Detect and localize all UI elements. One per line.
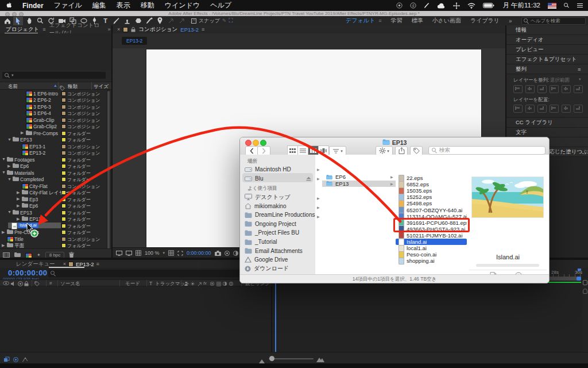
finder-file-row-shopping.ai[interactable]: shopping.ai [396,258,467,264]
project-item-row[interactable]: ▼Materialsフォルダー [0,169,111,176]
disclosure-arrow-icon[interactable]: ▶ [17,190,20,195]
finder-file-row-local1.ai[interactable]: local1.ai [396,245,467,251]
project-item-row[interactable]: ▼Completedフォルダー [0,176,111,183]
timeline-zoom-slider[interactable] [269,358,314,359]
label-color-swatch[interactable] [61,210,66,215]
align-button[interactable] [537,85,547,93]
scroll-icon[interactable] [583,289,587,294]
region-of-interest-icon[interactable] [177,251,183,256]
menu-item[interactable]: ファイル [54,1,82,10]
expand-icon[interactable]: ⛶ [229,17,233,24]
label-color-swatch[interactable] [61,158,66,162]
panel-header-オーディオ[interactable]: オーディオ [506,35,588,45]
selection-tool[interactable] [13,17,23,25]
align-button[interactable] [525,85,535,93]
label-color-swatch[interactable] [61,137,66,142]
label-color-swatch[interactable] [61,118,66,122]
project-item-row[interactable]: ▶EP13-1フォルダー [0,216,111,223]
align-button[interactable] [513,85,523,93]
composition-tab[interactable]: × コンポジション EP13-2 ≡ [113,25,510,33]
panel-header-エフェクト＆プリセット[interactable]: エフェクト＆プリセット [506,55,588,64]
align-button[interactable] [525,105,535,113]
sidebar-item-Blu[interactable]: Blu [245,174,312,183]
sidebar-item-_Project Files BU[interactable]: _Project Files BU [245,228,312,237]
viewer-timecode[interactable]: 0:00:00:00 [187,250,211,256]
panel-header-情報[interactable]: 情報 [506,25,588,35]
menu-clock[interactable]: 月 午前11:32 [502,1,540,10]
layer-switch-icon[interactable] [229,281,233,285]
finder-folder-row-EP6[interactable]: EP6▶ [322,174,396,181]
menu-item[interactable]: 編集 [92,1,106,10]
project-item-row[interactable]: 2 EP6-2コンポジション [0,97,111,103]
label-color-swatch[interactable] [61,204,66,208]
disclosure-arrow-icon[interactable]: ▶ [17,217,20,221]
disclosure-arrow-icon[interactable]: ▼ [2,157,6,161]
project-item-row[interactable]: ▶Pre-Compsフォルダー [0,229,111,236]
menu-item[interactable]: 表示 [117,1,130,10]
view-as-list-button[interactable] [297,145,308,155]
align-button[interactable] [574,105,583,113]
battery-icon[interactable] [483,3,495,8]
project-item-row[interactable]: 1 EP6-Introコンポジション [0,90,111,97]
label-color-swatch[interactable] [61,197,66,202]
project-item-row[interactable]: EP13-2コンポジション [0,150,111,156]
disclosure-arrow-icon[interactable]: ▼ [7,137,11,141]
workspace-tab-active[interactable]: デフォルト [346,17,375,25]
apple-menu-icon[interactable] [6,2,12,9]
adjust-icon[interactable]: ✦ [37,252,41,258]
label-color-swatch[interactable] [61,131,66,136]
project-item-row[interactable]: ▶Ep6フォルダー [0,202,111,209]
finder-file-row-65207-OBZQYY-640.ai[interactable]: 65207-OBZQYY-640.ai [396,207,467,213]
disclosure-arrow-icon[interactable]: ▶ [17,204,20,208]
view-as-columns-button[interactable] [308,145,319,155]
show-snapshot-icon[interactable] [225,251,230,256]
move-status-icon[interactable] [453,2,460,9]
viewer-zoom-value[interactable]: 100 % [145,250,160,256]
view-as-icons-button[interactable] [287,145,298,155]
workspace-tab-item[interactable]: 学習 [390,17,402,25]
cloud-status-icon[interactable] [437,3,446,9]
label-color-swatch[interactable] [61,105,66,109]
always-preview-icon[interactable] [116,251,122,256]
layer-switch-icon[interactable] [191,281,195,285]
disclosure-arrow-icon[interactable]: ▼ [2,170,6,174]
panel-menu-icon[interactable]: ≡ [578,66,581,72]
workspace-tab-item[interactable]: ライブラリ [470,17,500,25]
label-color-swatch[interactable] [61,243,66,248]
sidebar-item-Google Drive[interactable]: Google Drive [245,255,312,264]
screen-record-status-icon[interactable] [396,2,403,9]
eject-icon[interactable] [306,177,311,181]
sidebar-item-mikiomakino[interactable]: mikiomakino [245,202,312,210]
disclosure-arrow-icon[interactable]: ▶ [17,197,20,201]
layer-switch-icon[interactable] [223,281,227,285]
finder-file-row-510211-PIJMYB-102.ai[interactable]: 510211-PIJMYB-102.ai [396,232,467,239]
project-item-row[interactable]: City-Flatコンポジション [0,182,111,189]
spotlight-icon[interactable] [564,2,569,10]
sidebar-item-_Tutorial[interactable]: _Tutorial [245,237,312,246]
label-color-icon[interactable] [34,281,40,286]
finder-file-row-Peso-coin.ai[interactable]: Peso-coin.ai [396,251,467,258]
project-item-row[interactable]: ▶平面フォルダー [0,242,111,249]
layer-switch-icon[interactable] [197,282,202,287]
align-selection-dropdown[interactable]: 選択範囲 [550,77,570,84]
axis-mode-tool[interactable] [177,17,187,25]
disclosure-arrow-icon[interactable]: ▶ [7,164,10,168]
project-item-row[interactable]: ▼EP13フォルダー [0,136,111,143]
project-item-row[interactable]: ▶Pre-Compsフォルダー [0,129,111,136]
snapshot-icon[interactable] [215,251,221,256]
finder-file-row-25498.eps[interactable]: 25498.eps [396,200,467,206]
project-scrollbar[interactable] [107,90,110,271]
menu-item[interactable]: ヘルプ [210,1,231,10]
workspace-menu-icon[interactable]: ≡ [378,18,381,24]
roto-brush-tool[interactable] [144,17,154,25]
disclosure-arrow-icon[interactable]: ▼ [7,177,11,181]
grid-options-icon[interactable] [168,250,174,256]
snap-checkbox[interactable] [191,18,196,24]
label-color-swatch[interactable] [61,98,66,102]
trash-icon[interactable] [69,252,74,258]
label-color-swatch[interactable] [61,151,66,155]
project-item-row[interactable]: ▶City-Flat レイヤーフォルダー [0,189,111,196]
disclosure-arrow-icon[interactable]: ▶ [21,131,24,135]
sidebar-item-Macintosh HD[interactable]: Macintosh HD [245,165,312,174]
menu-item[interactable]: ウインドウ [165,1,200,10]
